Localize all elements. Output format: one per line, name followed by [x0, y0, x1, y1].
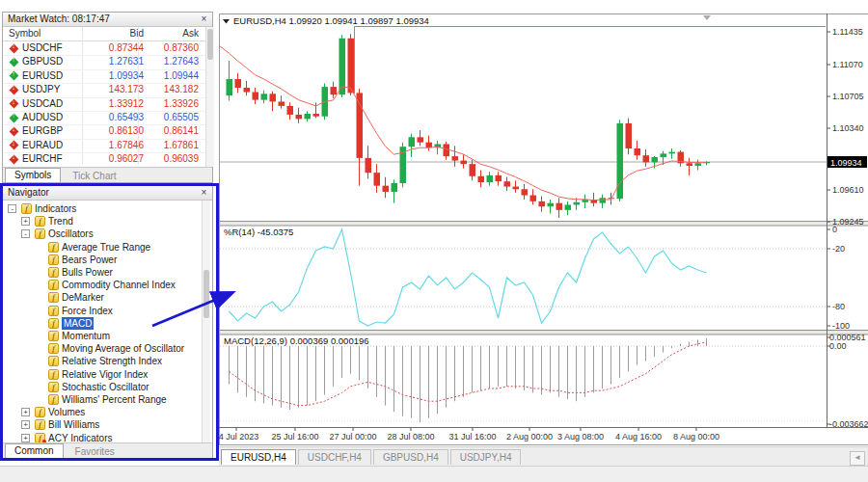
ask-value: 0.86141: [141, 125, 199, 136]
tab-scroll-button[interactable]: ◄: [850, 451, 865, 466]
navigator-tree-item-bears-power[interactable]: fBears Power: [3, 254, 201, 266]
svg-text:-80: -80: [832, 302, 845, 311]
bid-value: 1.27631: [86, 56, 144, 67]
wpr-label: %R(14) -45.0375: [224, 227, 293, 237]
chart-tab-gbpusd-h4[interactable]: GBPUSD,H4: [373, 449, 448, 465]
column-symbol[interactable]: Symbol: [9, 28, 41, 39]
tree-item-label: Volumes: [48, 406, 85, 418]
column-ask[interactable]: Ask: [141, 28, 199, 39]
close-icon[interactable]: ×: [199, 13, 209, 24]
tab-favorites[interactable]: Favorites: [66, 444, 124, 458]
tree-item-label: Bulls Power: [62, 266, 113, 279]
svg-text:2 Aug 00:00: 2 Aug 00:00: [506, 432, 553, 442]
ask-value: 1.33926: [141, 98, 199, 109]
tree-item-label: Force Index: [62, 305, 113, 317]
tab-tick-chart[interactable]: Tick Chart: [63, 169, 125, 182]
expand-icon[interactable]: +: [21, 434, 30, 442]
market-watch-row[interactable]: ↓EURAUD1.678461.67861: [3, 139, 205, 153]
tab-common[interactable]: Common: [5, 443, 64, 458]
navigator-tree-item-bulls-power[interactable]: fBulls Power: [3, 266, 201, 279]
navigator-tree-item-macd[interactable]: fMACD: [3, 317, 201, 330]
navigator-tree-item-average-true-range[interactable]: fAverage True Range: [3, 241, 201, 254]
market-watch-column-headers: Symbol Bid Ask: [3, 27, 212, 41]
market-watch-row[interactable]: ↓USDCHF0.873440.87360: [3, 41, 205, 56]
expand-icon[interactable]: +: [21, 408, 30, 416]
arrow-down-icon: ↓: [9, 154, 18, 164]
market-watch-row[interactable]: ↓EURCHF0.960270.96039: [3, 152, 205, 167]
symbol-label: EURCHF: [22, 153, 63, 164]
navigator-tree-item-volumes[interactable]: +fVolumes: [3, 406, 201, 418]
collapse-icon[interactable]: -: [8, 204, 16, 213]
chart-tab-usdjpy-h4[interactable]: USDJPY,H4: [450, 449, 522, 465]
market-watch-header[interactable]: Market Watch: 08:17:47 ×: [3, 13, 212, 27]
svg-text:4 Aug 16:00: 4 Aug 16:00: [615, 432, 662, 442]
market-watch-scrollbar[interactable]: [205, 27, 214, 167]
column-bid[interactable]: Bid: [86, 28, 144, 39]
navigator-tree-item-williams-percent-range[interactable]: fWilliams' Percent Range: [3, 393, 201, 406]
navigator-scrollbar[interactable]: [202, 201, 210, 445]
market-watch-row[interactable]: ↓EURGBP0.861300.86141: [3, 124, 205, 139]
close-icon[interactable]: ×: [199, 187, 209, 198]
svg-text:3 Aug 08:00: 3 Aug 08:00: [557, 432, 604, 442]
tab-symbols[interactable]: Symbols: [5, 168, 61, 182]
indicator-function-icon: f: [48, 318, 59, 329]
svg-text:-100: -100: [832, 321, 850, 331]
tree-item-label: Commodity Channel Index: [62, 279, 176, 291]
arrow-down-icon: ↓: [9, 43, 18, 53]
svg-text:25 Jul 16:00: 25 Jul 16:00: [271, 432, 318, 442]
chart-tab-eurusd-h4[interactable]: EURUSD,H4: [221, 449, 296, 465]
market-watch-row[interactable]: ↑EURUSD1.099341.09944: [3, 69, 205, 84]
market-watch-row[interactable]: ↓USDCAD1.339121.33926: [3, 97, 205, 112]
navigator-tree-item-relative-vigor-index[interactable]: fRelative Vigor Index: [3, 368, 201, 381]
tree-item-label: Trend: [48, 215, 73, 228]
navigator-tree-item-trend[interactable]: +fTrend: [3, 215, 201, 228]
bid-value: 1.33912: [86, 98, 144, 109]
svg-text:0: 0: [832, 225, 837, 234]
bid-value: 1.67846: [86, 140, 144, 150]
indicator-function-icon: f: [21, 203, 32, 214]
navigator-tree-item-indicators[interactable]: -fIndicators: [3, 202, 201, 215]
chart-area[interactable]: 1.114351.110701.107051.103401.096101.092…: [219, 13, 868, 445]
svg-text:27 Jul 00:00: 27 Jul 00:00: [329, 432, 376, 442]
ask-value: 0.96039: [141, 153, 199, 164]
indicator-function-icon: f: [48, 369, 59, 380]
bid-value: 0.65493: [86, 112, 144, 122]
indicator-function-icon: f: [48, 242, 59, 253]
navigator-tabbar: CommonFavorites: [3, 442, 212, 458]
market-watch-rows: ↓USDCHF0.873440.87360↑GBPUSD1.276311.276…: [3, 41, 205, 167]
svg-text:-20: -20: [832, 244, 845, 254]
expand-icon[interactable]: +: [21, 217, 30, 226]
market-watch-row[interactable]: ↑GBPUSD1.276311.27643: [3, 55, 205, 69]
navigator-tree-item-momentum[interactable]: fMomentum: [3, 330, 201, 342]
collapse-icon[interactable]: -: [21, 229, 30, 238]
market-watch-row[interactable]: ↓USDJPY143.173143.182: [3, 83, 205, 97]
navigator-tree-item-bill-williams[interactable]: +fBill Williams: [3, 418, 201, 431]
status-bar: [0, 466, 868, 482]
indicator-function-icon: f: [35, 419, 45, 430]
expand-icon[interactable]: +: [21, 420, 30, 429]
navigator-tree-item-demarker[interactable]: fDeMarker: [3, 291, 201, 304]
svg-text:1.10340: 1.10340: [832, 123, 864, 133]
navigator-tree-item-relative-strength-index[interactable]: fRelative Strength Index: [3, 355, 201, 367]
navigator-tree-item-stochastic-oscillator[interactable]: fStochastic Oscillator: [3, 381, 201, 393]
navigator-tree-item-moving-average-of-oscillator[interactable]: fMoving Average of Oscillator: [3, 342, 201, 355]
navigator-tree-item-commodity-channel-index[interactable]: fCommodity Channel Index: [3, 279, 201, 291]
arrow-down-icon: ↓: [9, 141, 18, 150]
svg-text:31 Jul 16:00: 31 Jul 16:00: [448, 432, 496, 442]
tree-item-label: DeMarker: [62, 291, 104, 304]
tree-item-label: Williams' Percent Range: [62, 393, 167, 406]
ask-value: 143.182: [141, 84, 199, 94]
mt4-window: Market Watch: 08:17:47 × Symbol Bid Ask …: [0, 0, 868, 482]
indicator-function-icon: f: [48, 343, 59, 354]
bid-value: 0.96027: [86, 153, 144, 164]
navigator-header[interactable]: Navigator ×: [3, 186, 212, 201]
navigator-tree-item-oscillators[interactable]: -fOscillators: [3, 228, 201, 240]
chart-tab-usdchf-h4[interactable]: USDCHF,H4: [298, 449, 371, 465]
arrow-up-icon: ↑: [9, 57, 18, 67]
svg-text:1.09934: 1.09934: [830, 158, 862, 168]
tree-item-label: Relative Vigor Index: [62, 368, 148, 381]
market-watch-row[interactable]: ↑AUDUSD0.654930.65505: [3, 111, 205, 125]
navigator-tree-item-force-index[interactable]: fForce Index: [3, 305, 201, 317]
svg-text:28 Jul 08:00: 28 Jul 08:00: [387, 432, 434, 442]
arrow-up-icon: ↑: [9, 71, 18, 81]
